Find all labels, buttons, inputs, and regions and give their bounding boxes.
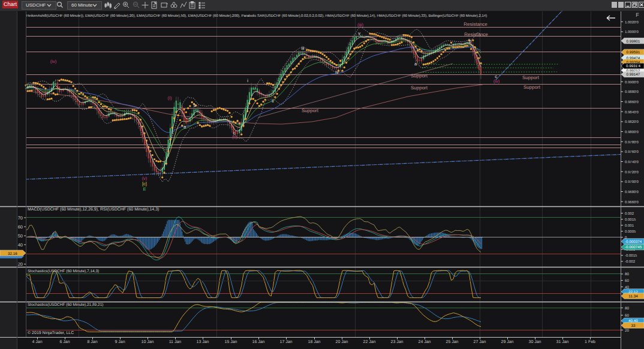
svg-text:Support: Support	[523, 85, 541, 90]
svg-text:0.9740'0: 0.9740'0	[625, 160, 639, 164]
svg-text:6 Jan: 6 Jan	[59, 340, 70, 344]
svg-text:24 Jan: 24 Jan	[418, 340, 431, 344]
svg-text:Support: Support	[302, 108, 319, 113]
svg-text:F: F	[636, 12, 639, 18]
svg-text:© 2019 NinjaTrader, LLC: © 2019 NinjaTrader, LLC	[28, 330, 74, 335]
svg-text:11 Jan: 11 Jan	[169, 340, 182, 344]
svg-text:0.9680'0: 0.9680'0	[625, 190, 639, 194]
svg-text:MACD(USDCHF (60 Minute),12,26,: MACD(USDCHF (60 Minute),12,26,9), RSI(US…	[28, 207, 159, 212]
svg-text:b: b	[194, 103, 196, 108]
svg-text:60: 60	[625, 314, 630, 318]
svg-text:0.9700'0: 0.9700'0	[625, 180, 639, 184]
svg-text:17 Jan: 17 Jan	[279, 340, 292, 344]
svg-text:1.0020'0: 1.0020'0	[625, 20, 639, 25]
svg-text:Support: Support	[411, 73, 428, 79]
svg-text:0.99147: 0.99147	[627, 73, 640, 77]
svg-text:29 Jan: 29 Jan	[501, 340, 513, 344]
svg-text:16 Jan: 16 Jan	[252, 340, 264, 344]
svg-text:ii: ii	[272, 98, 274, 104]
svg-text:80: 80	[625, 306, 630, 311]
svg-text:60: 60	[18, 224, 23, 230]
svg-text:22 Jan: 22 Jan	[363, 340, 375, 344]
svg-text:Resistance: Resistance	[464, 32, 488, 37]
svg-text:(v): (v)	[142, 176, 148, 181]
svg-text:Stochastics(USDCHF (60 Minute): Stochastics(USDCHF (60 Minute),21,89,21)	[28, 303, 103, 307]
svg-text:HeikenAshi8(USDCHF (60 Minute): HeikenAshi8(USDCHF (60 Minute)), EMA(USD…	[26, 13, 487, 17]
svg-text:Support: Support	[522, 75, 540, 80]
svg-text:0.99591: 0.99591	[627, 50, 640, 55]
svg-text:0.9780'0: 0.9780'0	[625, 140, 639, 145]
svg-text:0.99801: 0.99801	[627, 40, 640, 44]
svg-text:0.9720'0: 0.9720'0	[625, 170, 639, 174]
svg-text:0.002: 0.002	[625, 212, 634, 216]
svg-text:20 Jan: 20 Jan	[335, 340, 348, 344]
svg-text:iii: iii	[302, 46, 305, 51]
svg-text:0.9800'0: 0.9800'0	[625, 130, 639, 134]
svg-text:-0.002: -0.002	[625, 260, 636, 264]
svg-text:0.9931'4: 0.9931'4	[626, 64, 640, 68]
svg-text:70: 70	[18, 215, 23, 221]
svg-text:27 Jan: 27 Jan	[473, 340, 486, 344]
svg-text:E: E	[143, 186, 146, 192]
svg-text:23 Jan: 23 Jan	[390, 340, 403, 344]
svg-text:80: 80	[625, 272, 630, 276]
svg-text:iv: iv	[335, 70, 339, 75]
svg-text:0.9860'0: 0.9860'0	[625, 100, 639, 104]
svg-text:v: v	[358, 31, 360, 36]
svg-text:-0.000745: -0.000745	[625, 245, 642, 249]
svg-text:32.16: 32.16	[8, 252, 17, 256]
svg-text:(iv): (iv)	[493, 79, 500, 84]
svg-text:60: 60	[625, 279, 630, 283]
svg-text:0.9840'0: 0.9840'0	[625, 110, 639, 115]
svg-text:i: i	[247, 78, 248, 83]
svg-text:-0.000374: -0.000374	[625, 240, 642, 244]
svg-text:1.0000'0: 1.0000'0	[625, 30, 639, 34]
svg-text:0.9900'0: 0.9900'0	[625, 80, 639, 85]
svg-text:Stochastics(USDCHF (60 Minute): Stochastics(USDCHF (60 Minute),7,14,3)	[28, 269, 99, 273]
svg-text:8 Jan: 8 Jan	[87, 340, 97, 344]
svg-text:Support: Support	[411, 85, 428, 91]
svg-text:0.0005: 0.0005	[625, 230, 636, 234]
svg-text:10 Jan: 10 Jan	[141, 340, 154, 344]
svg-text:25 Jan: 25 Jan	[446, 340, 458, 344]
svg-text:13 Jan: 13 Jan	[196, 340, 209, 344]
svg-text:40: 40	[18, 242, 23, 248]
svg-text:b: b	[469, 38, 471, 44]
svg-text:(I): (I)	[167, 95, 172, 101]
svg-text:Resistance: Resistance	[464, 22, 487, 27]
svg-text:1 Feb: 1 Feb	[585, 339, 595, 344]
svg-text:0.9880'0: 0.9880'0	[625, 90, 639, 94]
svg-text:0.001: 0.001	[625, 224, 634, 228]
svg-text:(iii): (iii)	[357, 22, 363, 28]
svg-text:31 Jan: 31 Jan	[556, 340, 568, 344]
svg-text:15 Jan: 15 Jan	[224, 340, 237, 344]
svg-text:0.0015: 0.0015	[625, 218, 636, 222]
svg-text:50: 50	[18, 233, 23, 239]
svg-text:0.9820'0: 0.9820'0	[625, 120, 639, 124]
svg-text:18 Jan: 18 Jan	[308, 340, 320, 344]
svg-text:0.9660'0: 0.9660'0	[625, 200, 639, 204]
svg-text:[c]: [c]	[142, 181, 147, 186]
svg-text:4 Jan: 4 Jan	[32, 340, 42, 344]
svg-text:20: 20	[625, 329, 630, 333]
svg-text:0.9760'0: 0.9760'0	[625, 150, 639, 154]
svg-text:c: c	[495, 74, 497, 79]
svg-text:20: 20	[18, 261, 23, 267]
svg-text:11.34: 11.34	[628, 294, 638, 299]
svg-text:(iv): (iv)	[50, 59, 57, 64]
svg-text:9 Jan: 9 Jan	[115, 340, 125, 344]
svg-text:-0.0015: -0.0015	[625, 254, 637, 258]
svg-text:33: 33	[631, 324, 636, 328]
svg-text:30 Jan: 30 Jan	[528, 340, 541, 344]
